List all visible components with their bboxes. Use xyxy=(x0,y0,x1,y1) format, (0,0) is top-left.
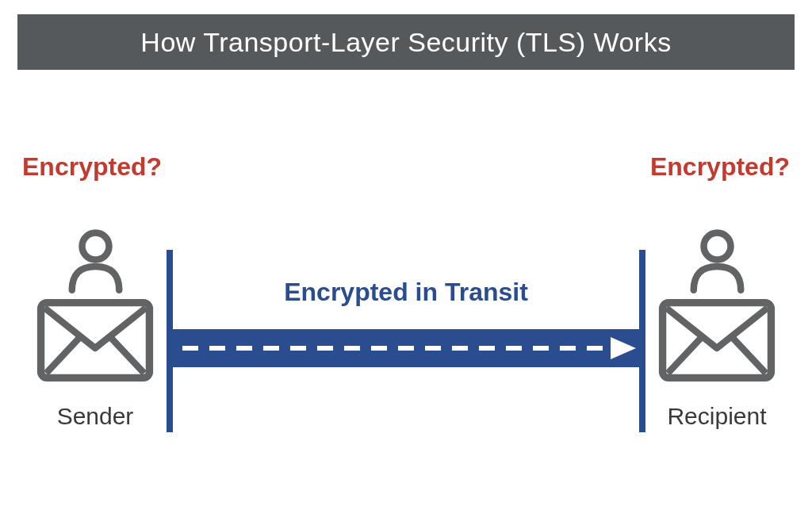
transit-arrow-icon xyxy=(167,250,645,432)
sender-label: Sender xyxy=(57,403,134,430)
envelope-icon xyxy=(657,297,776,383)
sender-group: Sender xyxy=(32,226,159,430)
svg-point-2 xyxy=(703,233,730,260)
recipient-group: Recipient xyxy=(653,226,780,430)
person-icon xyxy=(62,226,129,293)
encrypted-label-sender: Encrypted? xyxy=(22,152,162,182)
envelope-icon xyxy=(36,297,155,383)
recipient-label: Recipient xyxy=(667,403,766,430)
svg-point-0 xyxy=(82,233,109,260)
person-icon xyxy=(684,226,751,293)
encrypted-label-recipient: Encrypted? xyxy=(650,152,790,182)
transit-area: Encrypted in Transit xyxy=(167,250,645,432)
page-title: How Transport-Layer Security (TLS) Works xyxy=(140,27,671,58)
title-bar: How Transport-Layer Security (TLS) Works xyxy=(17,14,795,70)
